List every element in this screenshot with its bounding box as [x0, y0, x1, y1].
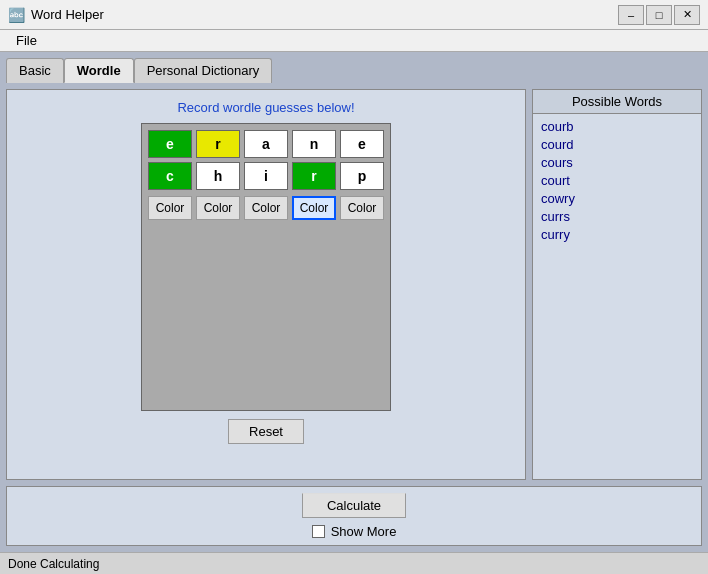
cell-1-4[interactable]: n: [292, 130, 336, 158]
title-bar-left: 🔤 Word Helper: [8, 7, 104, 23]
left-panel: Record wordle guesses below! e r a n e c…: [6, 89, 526, 480]
cell-1-2[interactable]: r: [196, 130, 240, 158]
app-title: Word Helper: [31, 7, 104, 22]
possible-words-header: Possible Words: [533, 90, 701, 114]
color-btn-1[interactable]: Color: [148, 196, 192, 220]
reset-button[interactable]: Reset: [228, 419, 304, 444]
cell-2-1[interactable]: c: [148, 162, 192, 190]
word-item-1[interactable]: courd: [541, 136, 693, 153]
main-content: Basic Wordle Personal Dictionary Record …: [0, 52, 708, 552]
cell-2-4[interactable]: r: [292, 162, 336, 190]
show-more-checkbox[interactable]: [312, 525, 325, 538]
close-button[interactable]: ✕: [674, 5, 700, 25]
menu-bar: File: [0, 30, 708, 52]
wordle-row-2: c h i r p: [148, 162, 384, 190]
word-item-3[interactable]: court: [541, 172, 693, 189]
bottom-bar: Calculate Show More: [6, 486, 702, 546]
instruction-text: Record wordle guesses below!: [177, 100, 354, 115]
cell-2-2[interactable]: h: [196, 162, 240, 190]
minimize-button[interactable]: –: [618, 5, 644, 25]
calculate-button[interactable]: Calculate: [302, 493, 406, 518]
word-item-5[interactable]: currs: [541, 208, 693, 225]
content-panel: Record wordle guesses below! e r a n e c…: [6, 89, 702, 480]
word-item-0[interactable]: courb: [541, 118, 693, 135]
status-bar: Done Calculating: [0, 552, 708, 574]
title-bar: 🔤 Word Helper – □ ✕: [0, 0, 708, 30]
cell-1-5[interactable]: e: [340, 130, 384, 158]
status-text: Done Calculating: [8, 557, 99, 571]
title-bar-controls: – □ ✕: [618, 5, 700, 25]
color-btn-4[interactable]: Color: [292, 196, 336, 220]
color-btn-5[interactable]: Color: [340, 196, 384, 220]
color-btn-3[interactable]: Color: [244, 196, 288, 220]
show-more-label: Show More: [331, 524, 397, 539]
word-item-4[interactable]: cowry: [541, 190, 693, 207]
word-item-6[interactable]: curry: [541, 226, 693, 243]
tab-bar: Basic Wordle Personal Dictionary: [6, 58, 702, 83]
cell-2-3[interactable]: i: [244, 162, 288, 190]
tab-personal-dictionary[interactable]: Personal Dictionary: [134, 58, 273, 83]
color-button-row: Color Color Color Color Color: [148, 196, 384, 220]
color-btn-2[interactable]: Color: [196, 196, 240, 220]
cell-1-3[interactable]: a: [244, 130, 288, 158]
wordle-row-1: e r a n e: [148, 130, 384, 158]
cell-1-1[interactable]: e: [148, 130, 192, 158]
tab-basic[interactable]: Basic: [6, 58, 64, 83]
app-icon: 🔤: [8, 7, 25, 23]
empty-grid-area: [148, 224, 384, 404]
tabs-container: Basic Wordle Personal Dictionary: [6, 58, 272, 83]
possible-words-list: courb courd cours court cowry currs curr…: [533, 114, 701, 479]
show-more-row: Show More: [312, 524, 397, 539]
cell-2-5[interactable]: p: [340, 162, 384, 190]
maximize-button[interactable]: □: [646, 5, 672, 25]
right-panel: Possible Words courb courd cours court c…: [532, 89, 702, 480]
tab-wordle[interactable]: Wordle: [64, 58, 134, 83]
wordle-grid-container: e r a n e c h i r p Color Color: [141, 123, 391, 411]
menu-file[interactable]: File: [8, 31, 45, 50]
word-item-2[interactable]: cours: [541, 154, 693, 171]
